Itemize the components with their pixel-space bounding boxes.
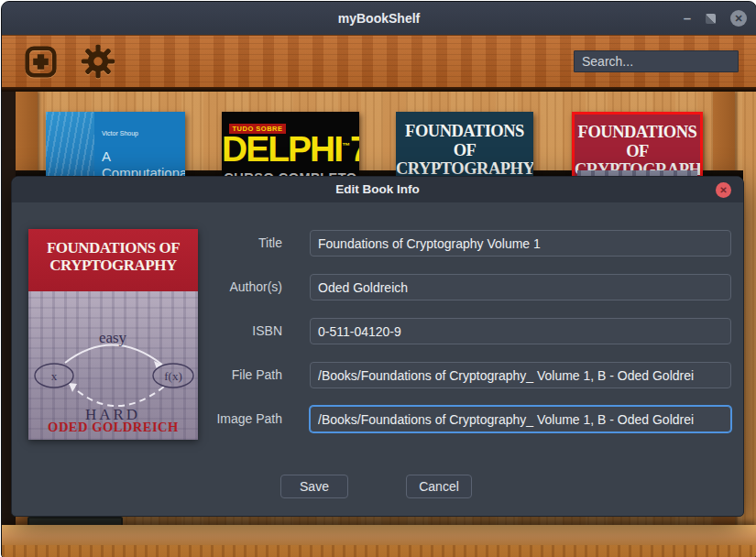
settings-button[interactable] — [81, 44, 115, 79]
book1-author: Victor Shoup — [102, 130, 185, 137]
isbn-label: ISBN — [177, 318, 282, 344]
title-input[interactable] — [310, 230, 731, 257]
authors-label: Author(s) — [177, 274, 282, 300]
search-input[interactable] — [574, 50, 739, 72]
book3-title: FOUNDATIONS OF CRYPTOGRAPHY — [396, 122, 533, 179]
maximize-button[interactable] — [706, 14, 716, 24]
book2-title: DELPHI™7 — [222, 135, 359, 164]
window-title: myBookShelf — [2, 2, 756, 35]
toolbar — [2, 35, 756, 88]
add-book-button[interactable] — [23, 44, 58, 79]
gear-icon — [81, 43, 115, 80]
toolbar-shelf-divider — [2, 87, 756, 92]
authors-input[interactable] — [310, 274, 731, 300]
app-window: Victor Shoup A Computational Introductio… — [1, 1, 756, 557]
shelf-front-board — [2, 525, 756, 545]
dialog-header: Edit Book Info ✕ — [12, 177, 743, 202]
isbn-input[interactable] — [310, 318, 731, 344]
image-path-label: Image Path — [177, 406, 282, 432]
add-book-icon — [24, 45, 58, 79]
close-button[interactable]: ✕ — [730, 10, 747, 27]
dialog-close-icon[interactable]: ✕ — [716, 182, 731, 198]
minimize-button[interactable]: – — [684, 2, 691, 35]
titlebar: myBookShelf – ✕ — [2, 2, 756, 35]
edit-book-dialog: Edit Book Info ✕ FOUNDATIONS OF CRYPTOGR… — [11, 176, 744, 517]
save-button[interactable]: Save — [280, 475, 348, 498]
cancel-button[interactable]: Cancel — [406, 475, 472, 498]
shelf-lower-wood — [2, 545, 756, 557]
file-path-input[interactable] — [310, 362, 731, 388]
file-path-label: File Path — [177, 362, 282, 388]
dialog-title: Edit Book Info — [12, 177, 743, 202]
title-label: Title — [177, 230, 282, 257]
image-path-input[interactable] — [310, 406, 731, 432]
